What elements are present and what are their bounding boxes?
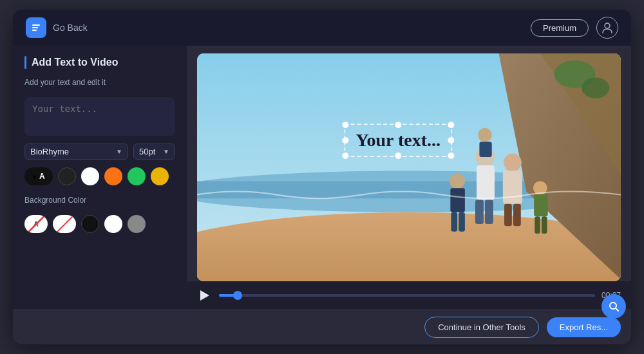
main-area: Add Text to Video Add your text and edit…	[13, 46, 631, 310]
green-color-swatch[interactable]	[128, 167, 146, 185]
svg-point-20	[450, 174, 465, 189]
content-area: Your text... 00:07	[187, 46, 631, 310]
handle-tl[interactable]	[342, 122, 348, 128]
font-select[interactable]: BioRhyme ▼	[24, 144, 128, 160]
search-fab[interactable]	[601, 294, 626, 319]
handle-tr[interactable]	[448, 122, 454, 128]
orange-color-swatch[interactable]	[104, 167, 122, 185]
gray-bg-swatch[interactable]	[128, 215, 146, 233]
video-background	[197, 53, 621, 281]
playback-bar: 00:07	[187, 281, 631, 310]
svg-rect-12	[475, 200, 484, 224]
text-color-row: ● A	[24, 167, 175, 185]
bg-color-label: Background Color	[24, 196, 175, 205]
white-color-swatch[interactable]	[81, 167, 99, 185]
text-overlay[interactable]: Your text...	[344, 124, 452, 157]
handle-mr[interactable]	[448, 137, 454, 144]
no-bg-swatch[interactable]	[53, 215, 76, 233]
font-row: BioRhyme ▼ 50pt ▼	[24, 144, 175, 160]
header-left: Go Back	[26, 17, 88, 38]
text-area-label: Add your text and edit it	[24, 78, 175, 87]
svg-rect-13	[485, 200, 493, 224]
svg-rect-21	[450, 188, 465, 212]
svg-rect-19	[513, 204, 521, 226]
user-icon[interactable]	[596, 17, 618, 39]
svg-point-14	[478, 128, 491, 142]
svg-rect-26	[535, 216, 540, 234]
black-white-color-swatch[interactable]: ● A	[24, 167, 53, 185]
app-logo	[26, 17, 46, 38]
font-size-select[interactable]: 50pt ▼	[133, 144, 175, 160]
header: Go Back Premium	[13, 10, 631, 46]
video-container: Your text...	[197, 53, 621, 281]
premium-button[interactable]: Premium	[531, 19, 589, 37]
black-color-swatch[interactable]	[58, 167, 76, 185]
go-back-link[interactable]: Go Back	[53, 23, 88, 33]
handle-br[interactable]	[448, 153, 454, 159]
svg-point-9	[582, 78, 609, 98]
font-name: BioRhyme	[30, 147, 69, 156]
yellow-color-swatch[interactable]	[151, 167, 169, 185]
video-area: Your text...	[187, 46, 631, 281]
svg-rect-15	[479, 142, 491, 157]
handle-tc[interactable]	[395, 122, 401, 128]
continue-button[interactable]: Continue in Other Tools	[424, 317, 539, 338]
svg-rect-27	[542, 216, 547, 234]
overlay-text: Your text...	[355, 130, 440, 150]
svg-point-1	[605, 23, 610, 28]
font-size: 50pt	[139, 147, 155, 156]
sidebar: Add Text to Video Add your text and edit…	[13, 46, 187, 310]
app-window: Go Back Premium Add Text to Video Add yo…	[13, 10, 631, 344]
section-title-bar	[24, 56, 26, 69]
white-bg-swatch[interactable]	[104, 215, 122, 233]
text-overlay-box: Your text...	[344, 124, 452, 157]
beach-scene-svg	[197, 53, 621, 281]
font-chevron-icon: ▼	[116, 148, 122, 155]
svg-rect-18	[504, 204, 512, 226]
no-color-swatch[interactable]: A	[24, 215, 48, 233]
section-title: Add Text to Video	[24, 56, 175, 69]
svg-line-29	[616, 308, 618, 311]
size-chevron-icon: ▼	[163, 148, 169, 155]
svg-point-5	[197, 212, 621, 281]
export-button[interactable]: Export Res...	[547, 317, 621, 337]
svg-rect-17	[503, 171, 522, 203]
progress-bar[interactable]	[219, 294, 595, 297]
progress-thumb[interactable]	[233, 291, 242, 300]
text-input[interactable]	[24, 97, 175, 136]
svg-rect-25	[534, 194, 547, 216]
handle-bl[interactable]	[342, 153, 348, 159]
handle-ml[interactable]	[342, 137, 348, 144]
footer: Continue in Other Tools Export Res...	[13, 310, 631, 344]
handle-bc[interactable]	[395, 153, 401, 159]
header-right: Premium	[531, 17, 618, 39]
section-title-text: Add Text to Video	[32, 57, 118, 68]
svg-rect-11	[477, 165, 495, 200]
play-icon	[200, 290, 209, 301]
svg-rect-23	[459, 212, 465, 232]
svg-rect-22	[451, 212, 457, 232]
bg-color-row: A	[24, 215, 175, 233]
svg-point-16	[504, 154, 522, 172]
black-bg-swatch[interactable]	[81, 215, 99, 233]
play-button[interactable]	[197, 288, 213, 303]
